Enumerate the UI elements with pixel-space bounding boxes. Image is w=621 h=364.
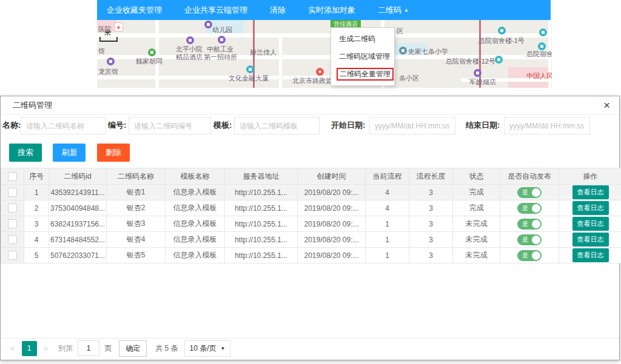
map-road: [279, 33, 282, 88]
table-cell: 2019/08/20 09:...: [298, 232, 366, 248]
toggle-label: 是: [522, 205, 528, 212]
map-canvas[interactable]: 医院米馆龙宾馆魏家胡同北平小院精品酒店中航工业第一招待所幼儿园娇兰佳人文化金融大…: [97, 20, 552, 88]
row-checkbox[interactable]: [8, 188, 17, 197]
modal-title: 二维码管理: [1, 96, 619, 114]
table-cell: http://10.255.1...: [225, 248, 298, 263]
toggle-knob: [532, 204, 540, 213]
table-cell: 1: [366, 216, 409, 232]
operation-cell: 查看日志: [559, 185, 621, 200]
start-date-label: 开始日期:: [331, 116, 365, 135]
nav-enterprise-cloud[interactable]: 企业共享云端管理: [184, 5, 247, 16]
red-highlight-box: 二维码全量管理: [337, 68, 394, 81]
select-all-checkbox[interactable]: [8, 172, 17, 181]
row-checkbox[interactable]: [8, 219, 17, 228]
prev-page-icon[interactable]: <: [8, 344, 17, 353]
next-page-icon[interactable]: >: [42, 344, 50, 353]
table-cell: 完成: [453, 200, 500, 216]
nav-clear[interactable]: 清除: [270, 5, 286, 16]
view-log-button[interactable]: 查看日志: [572, 233, 609, 247]
column-header: 操作: [559, 168, 621, 185]
hotel-icon: [107, 58, 115, 65]
auto-publish-toggle[interactable]: 是: [517, 234, 542, 245]
hospital-cross-icon: +: [115, 23, 123, 31]
search-button[interactable]: 搜索: [9, 144, 42, 162]
map-label: 军嫂烟店: [469, 78, 496, 87]
view-log-button[interactable]: 查看日志: [572, 248, 609, 262]
column-header: 当前流程: [366, 168, 409, 185]
toggle-label: 是: [522, 236, 528, 243]
table-cell: 银杏5: [107, 248, 166, 263]
table-cell: 2: [24, 200, 49, 216]
row-select-cell: [1, 232, 24, 248]
current-page-button[interactable]: 1: [22, 341, 37, 356]
page-size-select[interactable]: 10 条/页 ▼: [184, 340, 231, 357]
column-header: [1, 168, 24, 185]
template-filter-label: 模板:: [213, 116, 232, 135]
toggle-knob: [532, 236, 540, 244]
map-label: 总院宿舍: [526, 50, 552, 59]
start-date-input[interactable]: [369, 117, 455, 134]
view-log-button[interactable]: 查看日志: [572, 185, 609, 199]
map-label: 文化金融大厦: [229, 74, 269, 83]
toggle-knob: [532, 188, 540, 197]
end-date-input[interactable]: [504, 117, 590, 134]
menu-item-qrcode-full-management[interactable]: 二维码全量管理: [331, 65, 394, 83]
view-log-button[interactable]: 查看日志: [572, 201, 609, 215]
menu-item-qrcode-area-management[interactable]: 二维码区域管理: [331, 48, 394, 65]
row-select-cell: [1, 185, 24, 200]
column-header: 模板名称: [166, 168, 225, 185]
row-checkbox[interactable]: [8, 251, 17, 260]
map-label: 总院宿舍楼-1号: [478, 36, 525, 45]
table-cell: 银杏3: [107, 216, 166, 232]
map-label: 第一招待所: [204, 53, 237, 62]
column-header: 服务器地址: [225, 168, 298, 185]
table-cell: 4: [366, 200, 409, 216]
column-header: 是否自动发布: [500, 168, 559, 185]
nav-qrcode-menu[interactable]: 二维码▲: [378, 5, 409, 16]
map-label: 龙宾馆: [98, 67, 118, 76]
goto-page-input[interactable]: [78, 340, 99, 356]
close-icon[interactable]: ×: [603, 98, 610, 113]
caret-up-icon: ▲: [404, 7, 409, 13]
map-label: 条小区: [399, 74, 419, 83]
auto-publish-toggle[interactable]: 是: [517, 203, 542, 214]
operation-cell: 查看日志: [559, 232, 621, 248]
table-cell: 5: [24, 248, 49, 263]
row-checkbox[interactable]: [8, 235, 17, 244]
auto-publish-cell: 是: [500, 200, 559, 216]
auto-publish-toggle[interactable]: 是: [517, 250, 542, 261]
delete-button[interactable]: 删除: [97, 144, 130, 162]
qrcode-management-modal: 二维码管理 × 名称: 编号: 模板: 开始日期: 结束日期: 搜索 刷新 删除…: [0, 96, 620, 360]
row-select-cell: [1, 248, 24, 263]
table-cell: 3: [409, 248, 453, 263]
refresh-button[interactable]: 刷新: [53, 144, 86, 162]
table-cell: 3: [409, 232, 453, 248]
nav-enterprise-favorites[interactable]: 企业收藏夹管理: [107, 5, 162, 16]
table-cell: 3: [409, 200, 453, 216]
auto-publish-toggle[interactable]: 是: [517, 187, 542, 198]
table-cell: http://10.255.1...: [225, 216, 298, 232]
name-filter-input[interactable]: [21, 117, 106, 134]
map-label: 中国人民: [526, 71, 552, 81]
auto-publish-toggle[interactable]: 是: [517, 219, 542, 230]
menu-item-generate-qrcode[interactable]: 生成二维码: [331, 30, 394, 48]
template-filter-input[interactable]: [234, 117, 320, 134]
table-cell: http://10.255.1...: [225, 185, 298, 200]
map-scale-bar: [99, 37, 118, 42]
shop-icon: [474, 69, 482, 77]
map-label: 精品酒店: [176, 53, 203, 62]
operation-cell: 查看日志: [559, 216, 621, 232]
column-header: 流程长度: [409, 168, 453, 185]
column-header: 二维码名称: [107, 168, 166, 185]
hotel-icon: [186, 36, 194, 44]
table-cell: 3: [409, 185, 453, 200]
confirm-page-button[interactable]: 确定: [119, 340, 147, 357]
number-filter-input[interactable]: [129, 117, 211, 134]
view-log-button[interactable]: 查看日志: [572, 217, 609, 231]
table-row: 4673148484552...银杏4信息录入模板http://10.255.1…: [1, 232, 621, 248]
table-cell: 2019/08/20 09:...: [298, 216, 366, 232]
nav-realtime-add[interactable]: 实时添加对象: [308, 5, 355, 16]
auto-publish-cell: 是: [500, 232, 559, 248]
row-checkbox[interactable]: [8, 204, 17, 213]
map-label: 幼儿园: [212, 25, 232, 35]
